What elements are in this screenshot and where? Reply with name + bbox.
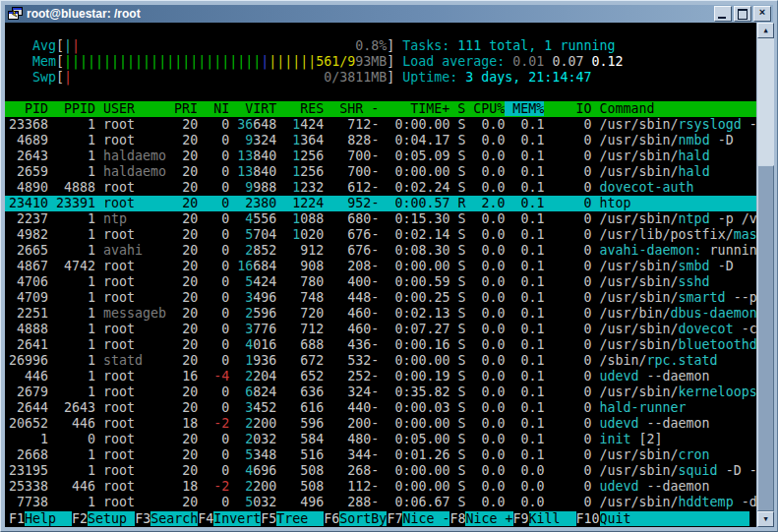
meter-mem: Mem[||||||||||||||||||||||||||||||||561/… [5,54,756,70]
blank-line [5,23,756,38]
process-row[interactable]: 2644 2643 root 20 0 3452 616 440- 0:00.0… [5,400,756,416]
window-title: root@bluestar: /root [27,7,714,21]
process-row[interactable]: 4709 1 root 20 0 3496 748 448- 0:00.25 S… [5,290,756,306]
process-row[interactable]: 23368 1 root 20 0 36648 1424 712- 0:00.0… [5,117,756,133]
putty-icon [7,6,23,22]
process-row[interactable]: 2679 1 root 20 0 6824 636 324- 0:35.82 S… [5,384,756,400]
minimize-icon [718,17,726,19]
process-row[interactable]: 4706 1 root 20 0 5424 780 400- 0:00.59 S… [5,274,756,290]
fn-nice-button[interactable]: F7Nice - [387,511,449,526]
process-row[interactable]: 7738 1 root 20 0 5032 496 288- 0:06.67 S… [5,495,756,510]
sort-column-header[interactable]: MEM% [505,101,544,116]
terminal: Avg[|| 0.8%]Tasks: 111 total, 1 running … [5,23,756,527]
minimize-button[interactable] [714,6,732,22]
maximize-button[interactable] [734,6,751,22]
function-key-bar: F1Help F2Setup F3SearchF4InvertF5Tree F6… [5,511,756,527]
process-row[interactable]: 25338 446 root 18 -2 2200 508 112- 0:00.… [5,479,756,495]
fn-quit-button[interactable]: F10Quit [576,511,647,526]
process-row[interactable]: 4982 1 root 20 0 5704 1020 676- 0:02.14 … [5,227,756,243]
process-table-header[interactable]: PID PPID USER PRI NI VIRT RES SHR - TIME… [5,101,756,117]
process-row[interactable]: 4888 1 root 20 0 3776 712 460- 0:07.27 S… [5,322,756,337]
process-row[interactable]: 4890 4888 root 20 0 9988 1232 612- 0:02.… [5,180,756,196]
process-row[interactable]: 2659 1 haldaemo 20 0 13840 1256 700- 0:0… [5,164,756,180]
process-row[interactable]: 2643 1 haldaemo 20 0 13840 1256 700- 0:0… [5,148,756,164]
close-icon: × [754,6,770,18]
blank-line [5,86,756,101]
scrollbar[interactable]: ▲ ▼ [757,23,774,527]
process-row[interactable]: 23195 1 root 20 0 4696 508 268- 0:00.00 … [5,463,756,479]
meter-avg: Avg[|| 0.8%]Tasks: 111 total, 1 running [5,38,756,54]
fn-invert-button[interactable]: F4Invert [198,511,261,526]
process-row[interactable]: 1 0 root 20 0 2032 584 480- 0:05.00 S 0.… [5,432,756,447]
process-row[interactable]: 23410 23391 root 20 0 2380 1224 952- 0:0… [5,196,756,211]
load-average-line: Load average: 0.01 0.07 0.12 [402,54,623,70]
process-row[interactable]: 2668 1 root 20 0 5348 516 344- 0:01.26 S… [5,447,756,463]
titlebar[interactable]: root@bluestar: /root × [5,5,773,23]
fn-kill-button[interactable]: F9Kill [513,511,576,526]
tasks-line: Tasks: 111 total, 1 running [402,38,615,54]
uptime-line: Uptime: 3 days, 21:14:47 [402,70,591,86]
fn-tree-button[interactable]: F5Tree [261,511,324,526]
fn-sortby-button[interactable]: F6SortBy [324,511,387,526]
fn-setup-button[interactable]: F2Setup [72,511,135,526]
fn-help-button[interactable]: F1Help [9,511,72,526]
fn-nice-button[interactable]: F8Nice + [449,511,512,526]
process-row[interactable]: 2641 1 root 20 0 4016 688 436- 0:00.16 S… [5,337,756,353]
process-row[interactable]: 2251 1 messageb 20 0 2596 720 460- 0:02.… [5,306,756,322]
close-button[interactable]: × [753,6,771,22]
process-row[interactable]: 2665 1 avahi 20 0 2852 912 676- 0:08.30 … [5,243,756,259]
maximize-icon [738,9,748,20]
scroll-down-button[interactable]: ▼ [757,511,774,527]
process-row[interactable]: 4689 1 root 20 0 9324 1364 828- 0:04.17 … [5,133,756,148]
process-row[interactable]: 20652 446 root 18 -2 2200 596 200- 0:00.… [5,416,756,432]
putty-window: root@bluestar: /root × Avg[|| 0.8%]Tasks… [0,0,778,532]
process-row[interactable]: 26996 1 statd 20 0 1936 672 532- 0:00.00… [5,353,756,369]
fn-search-button[interactable]: F3Search [135,511,198,526]
process-row[interactable]: 4867 4742 root 20 0 16684 908 208- 0:00.… [5,259,756,274]
meter-swp: Swp[| 0/3811MB]Uptime: 3 days, 21:14:47 [5,70,756,86]
scrollbar-thumb[interactable] [757,165,774,511]
process-row[interactable]: 446 1 root 16 -4 2204 652 252- 0:00.19 S… [5,369,756,384]
scroll-up-button[interactable]: ▲ [757,23,774,38]
process-row[interactable]: 2237 1 ntp 20 0 4556 1088 680- 0:15.30 S… [5,211,756,227]
